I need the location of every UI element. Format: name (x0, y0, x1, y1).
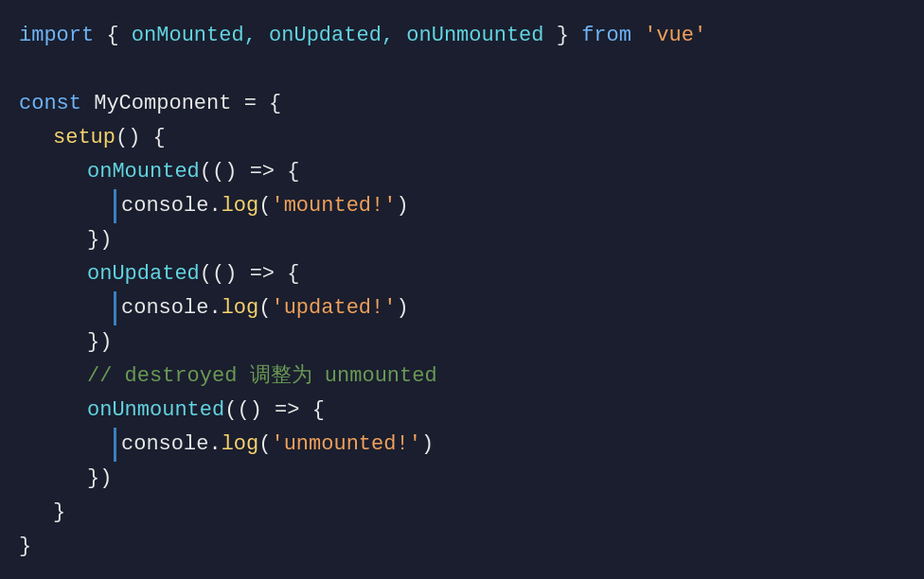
code-token: = (231, 87, 256, 120)
line-content: console.log('mounted!') (121, 189, 409, 223)
code-editor: import { onMounted, onUpdated, onUnmount… (0, 0, 924, 579)
line-content: // destroyed 调整为 unmounted (19, 360, 437, 394)
code-token: { (275, 257, 299, 290)
code-line: const MyComponent = { (19, 87, 905, 121)
code-line: } (19, 530, 905, 564)
code-token: . (208, 189, 221, 222)
code-token: // destroyed (87, 360, 237, 393)
code-line: onUnmounted(() => { (19, 394, 905, 428)
code-token: onUpdated, (257, 19, 394, 52)
code-token: { (275, 155, 299, 188)
code-token: }) (87, 325, 112, 359)
code-line: import { onMounted, onUpdated, onUnmount… (19, 19, 905, 53)
line-content: } (19, 530, 31, 564)
line-content: console.log('unmounted!') (121, 428, 434, 462)
code-token: ) (421, 428, 434, 461)
code-line: setup() { (19, 121, 905, 155)
line-content: }) (19, 462, 112, 496)
line-content: onUnmounted(() => { (19, 394, 325, 428)
code-token: onMounted, (119, 19, 257, 52)
code-token: { (257, 87, 281, 120)
code-token: ) (396, 189, 408, 222)
code-line: onUpdated(() => { (19, 257, 905, 291)
code-token: ( (258, 428, 271, 461)
code-token: 'vue' (644, 19, 706, 52)
code-token: }) (87, 223, 112, 256)
code-token: ) (396, 291, 408, 325)
code-token: console (121, 189, 208, 222)
code-token: => (237, 257, 275, 290)
code-token: onUnmounted (87, 394, 224, 427)
code-lines: import { onMounted, onUpdated, onUnmount… (19, 19, 905, 564)
code-token: onUnmounted (394, 19, 543, 52)
code-token: (() (200, 257, 238, 290)
code-token: log (222, 291, 259, 325)
line-content: onMounted(() => { (19, 155, 299, 189)
code-token: => (237, 155, 275, 188)
code-token: . (208, 428, 221, 461)
code-line: } (19, 496, 905, 530)
code-token: ( (258, 189, 271, 222)
code-token: 调整为 (237, 360, 311, 393)
code-line: onMounted(() => { (19, 155, 905, 189)
code-token: 'updated!' (271, 291, 396, 325)
line-content: onUpdated(() => { (19, 257, 299, 291)
line-content: console.log('updated!') (121, 291, 409, 325)
code-token: onUpdated (87, 257, 200, 290)
code-token: const (19, 87, 81, 120)
code-token: from (569, 19, 631, 52)
code-token: }) (87, 462, 112, 495)
code-line: }) (19, 223, 905, 257)
code-line: }) (19, 462, 905, 496)
code-token: . (208, 291, 221, 325)
line-content: setup() { (19, 121, 166, 155)
code-token: log (222, 189, 259, 222)
code-token: log (222, 428, 259, 461)
code-token: () (116, 121, 140, 154)
code-token (81, 87, 94, 120)
code-token: unmounted (312, 360, 437, 393)
code-line (19, 53, 905, 87)
code-token: { (106, 19, 118, 52)
code-line: // destroyed 调整为 unmounted (19, 360, 905, 394)
code-token: import (19, 19, 94, 52)
line-content: }) (19, 223, 112, 257)
code-token: { (140, 121, 165, 154)
code-line: console.log('updated!') (19, 291, 905, 325)
code-token: (() (224, 394, 262, 427)
code-token: setup (53, 121, 116, 154)
line-bar-indicator (114, 291, 116, 325)
code-token: ( (258, 291, 271, 325)
code-token: 'unmounted!' (271, 428, 420, 461)
code-token (631, 19, 644, 52)
code-line: }) (19, 325, 905, 360)
code-token: } (19, 530, 31, 563)
code-token: console (121, 428, 208, 461)
line-content: }) (19, 325, 112, 360)
line-bar-indicator (114, 428, 116, 462)
code-token: 'mounted!' (271, 189, 396, 222)
code-token: console (121, 291, 208, 325)
code-line: console.log('mounted!') (19, 189, 905, 223)
code-token: } (544, 19, 569, 52)
line-content: const MyComponent = { (19, 87, 281, 121)
code-token: { (299, 394, 324, 427)
code-token (94, 19, 106, 52)
code-token: (() (200, 155, 238, 188)
line-bar-indicator (114, 189, 116, 223)
line-content: } (19, 496, 65, 530)
code-token: onMounted (87, 155, 200, 188)
code-token: MyComponent (94, 87, 231, 120)
code-line: console.log('unmounted!') (19, 428, 905, 462)
code-token: } (53, 496, 65, 529)
code-token: => (262, 394, 300, 427)
line-content: import { onMounted, onUpdated, onUnmount… (19, 19, 706, 53)
